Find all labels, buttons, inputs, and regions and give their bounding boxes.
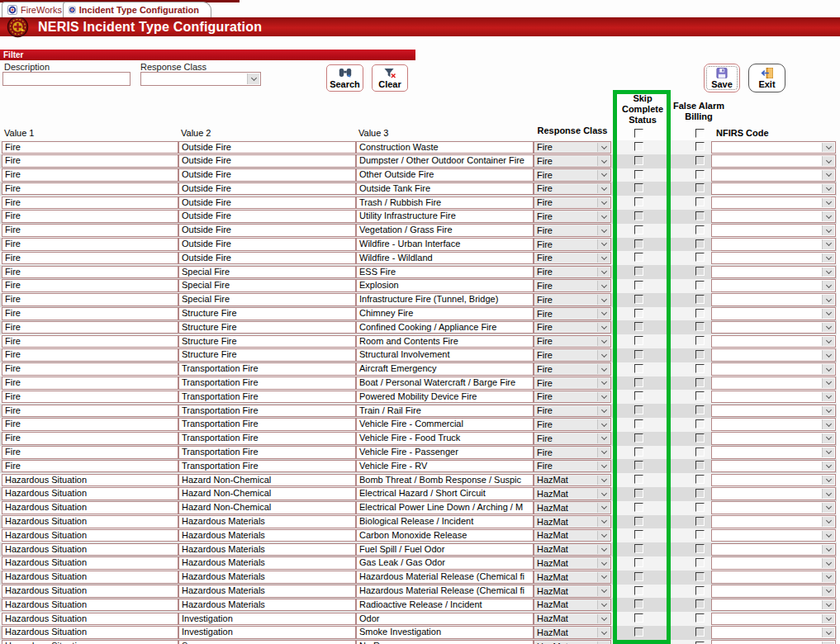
false-alarm-checkbox[interactable]	[695, 627, 705, 637]
response-class-select[interactable]: Fire	[534, 446, 611, 459]
response-class-filter-select[interactable]	[140, 72, 261, 86]
chevron-down-icon[interactable]	[822, 517, 834, 527]
value1-field[interactable]: Fire	[2, 335, 178, 348]
chevron-down-icon[interactable]	[822, 268, 834, 277]
chevron-down-icon[interactable]	[822, 309, 834, 319]
chevron-down-icon[interactable]	[597, 350, 610, 360]
value3-field[interactable]: Bomb Threat / Bomb Response / Suspic	[356, 474, 534, 487]
value3-field[interactable]: Boat / Personal Watercraft / Barge Fire	[356, 376, 534, 390]
search-button[interactable]: Search	[326, 64, 363, 92]
response-class-select[interactable]: Fire	[534, 279, 611, 292]
chevron-down-icon[interactable]	[822, 572, 834, 582]
exit-button[interactable]: Exit	[748, 64, 785, 92]
chevron-down-icon[interactable]	[822, 323, 834, 333]
response-class-select[interactable]: Fire	[534, 252, 611, 265]
header-false-alarm-checkbox[interactable]	[695, 129, 705, 138]
value2-field[interactable]: Hazard Non-Chemical	[178, 487, 356, 500]
chevron-down-icon[interactable]	[597, 476, 610, 485]
false-alarm-checkbox[interactable]	[695, 558, 705, 567]
value1-field[interactable]: Fire	[2, 460, 178, 473]
value3-field[interactable]: Gas Leak / Gas Odor	[356, 556, 534, 570]
chevron-down-icon[interactable]	[822, 143, 834, 153]
chevron-down-icon[interactable]	[822, 184, 834, 194]
chevron-down-icon[interactable]	[822, 476, 834, 485]
skip-complete-checkbox[interactable]	[634, 433, 643, 443]
value2-field[interactable]: Structure Fire	[178, 348, 356, 362]
false-alarm-checkbox[interactable]	[695, 419, 705, 429]
chevron-down-icon[interactable]	[822, 239, 834, 249]
value3-field[interactable]: Utility Infrastructure Fire	[356, 210, 534, 223]
response-class-select[interactable]: Fire	[534, 224, 611, 237]
chevron-down-icon[interactable]	[822, 600, 834, 610]
response-class-select[interactable]: HazMat	[534, 599, 611, 612]
value1-field[interactable]: Hazardous Situation	[2, 543, 178, 556]
nfirs-code-select[interactable]	[711, 515, 836, 528]
value3-field[interactable]: Vehicle Fire - RV	[356, 460, 534, 473]
skip-complete-checkbox[interactable]	[634, 183, 643, 192]
nfirs-code-select[interactable]	[711, 556, 836, 570]
value2-field[interactable]: Outside Fire	[178, 182, 356, 196]
chevron-down-icon[interactable]	[822, 211, 834, 221]
chevron-down-icon[interactable]	[597, 239, 610, 249]
response-class-select[interactable]: HazMat	[534, 585, 611, 598]
value2-field[interactable]: Transportation Fire	[178, 446, 356, 459]
response-class-select[interactable]: Fire	[534, 376, 611, 390]
chevron-down-icon[interactable]	[822, 433, 834, 443]
nfirs-code-select[interactable]	[711, 252, 836, 265]
value1-field[interactable]: Fire	[2, 238, 178, 251]
nfirs-code-select[interactable]	[711, 335, 836, 348]
value1-field[interactable]: Fire	[2, 279, 178, 292]
value2-field[interactable]: Transportation Fire	[178, 418, 356, 431]
value2-field[interactable]: Transportation Fire	[178, 405, 356, 418]
value3-field[interactable]: Radioactive Release / Incident	[356, 599, 534, 612]
false-alarm-checkbox[interactable]	[695, 517, 705, 526]
chevron-down-icon[interactable]	[822, 419, 834, 429]
nfirs-code-select[interactable]	[711, 626, 836, 639]
response-class-select[interactable]: Fire	[534, 432, 611, 445]
response-class-select[interactable]: Fire	[534, 154, 611, 168]
response-class-select[interactable]: HazMat	[534, 529, 611, 542]
response-class-select[interactable]: Fire	[534, 168, 611, 182]
value3-field[interactable]: Vehicle Fire - Passenger	[356, 446, 534, 459]
nfirs-code-select[interactable]	[711, 182, 836, 196]
skip-complete-checkbox[interactable]	[634, 558, 643, 567]
false-alarm-checkbox[interactable]	[695, 142, 705, 151]
skip-complete-checkbox[interactable]	[634, 364, 643, 373]
response-class-select[interactable]: Fire	[534, 141, 611, 154]
value3-field[interactable]: Outside Tank Fire	[356, 182, 534, 196]
skip-complete-checkbox[interactable]	[634, 253, 643, 262]
value2-field[interactable]: Hazardous Materials	[178, 556, 356, 570]
skip-complete-checkbox[interactable]	[634, 586, 643, 595]
skip-complete-checkbox[interactable]	[634, 419, 643, 429]
chevron-down-icon[interactable]	[822, 364, 834, 374]
value3-field[interactable]: Fuel Spill / Fuel Odor	[356, 543, 534, 556]
chevron-down-icon[interactable]	[597, 503, 610, 513]
clear-button[interactable]: Clear	[372, 64, 408, 92]
description-input[interactable]	[2, 72, 131, 86]
false-alarm-checkbox[interactable]	[695, 197, 705, 206]
response-class-select[interactable]: Fire	[534, 321, 611, 334]
response-class-select[interactable]: HazMat	[534, 613, 611, 626]
chevron-down-icon[interactable]	[822, 295, 834, 305]
nfirs-code-select[interactable]	[711, 238, 836, 251]
chevron-down-icon[interactable]	[822, 281, 834, 291]
chevron-down-icon[interactable]	[822, 225, 834, 235]
value1-field[interactable]: Hazardous Situation	[2, 501, 178, 514]
value2-field[interactable]: Investigation	[178, 613, 356, 626]
nfirs-code-select[interactable]	[711, 210, 836, 223]
false-alarm-checkbox[interactable]	[695, 350, 705, 359]
chevron-down-icon[interactable]	[822, 614, 834, 624]
skip-complete-checkbox[interactable]	[634, 281, 643, 290]
value2-field[interactable]: Outside Fire	[178, 252, 356, 265]
chevron-down-icon[interactable]	[822, 545, 834, 555]
skip-complete-checkbox[interactable]	[634, 170, 643, 179]
chevron-down-icon[interactable]	[597, 281, 610, 291]
response-class-select[interactable]: Fire	[534, 335, 611, 348]
chevron-down-icon[interactable]	[597, 406, 610, 416]
chevron-down-icon[interactable]	[822, 406, 834, 416]
value1-field[interactable]: Fire	[2, 321, 178, 334]
response-class-select[interactable]: Fire	[534, 293, 611, 306]
chevron-down-icon[interactable]	[822, 489, 834, 499]
value2-field[interactable]: Hazardous Materials	[178, 529, 356, 542]
skip-complete-checkbox[interactable]	[634, 350, 643, 359]
